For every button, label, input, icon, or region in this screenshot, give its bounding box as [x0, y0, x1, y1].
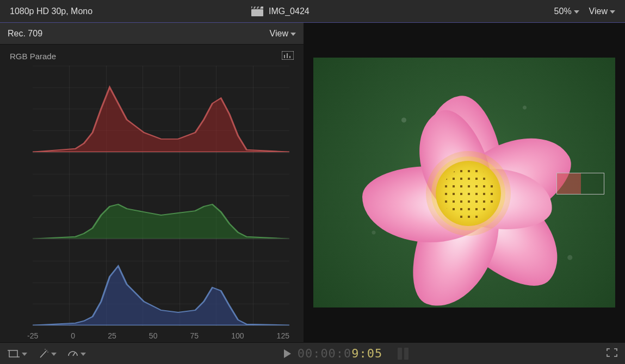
video-scopes-panel: Rec. 709 View RGB Parade — [0, 23, 304, 342]
timecode-display[interactable]: 00:00:09:05 — [298, 347, 383, 360]
svg-rect-8 — [289, 56, 290, 58]
chevron-down-icon — [574, 10, 579, 14]
svg-line-19 — [73, 353, 75, 356]
clip-name: IMG_0424 — [269, 7, 310, 16]
view-dropdown-label: View — [589, 7, 608, 16]
zoom-level-value: 50% — [554, 7, 572, 16]
scopes-view-dropdown[interactable]: View — [270, 29, 296, 39]
clapperboard-icon — [251, 7, 263, 16]
svg-rect-12 — [9, 350, 17, 357]
transport-bar: 00:00:09:05 — [0, 342, 625, 364]
parade-blue-channel — [33, 239, 289, 326]
video-format-info: 1080p HD 30p, Mono — [10, 7, 92, 16]
axis-tick: 0 — [71, 331, 75, 340]
scope-settings-icon[interactable] — [282, 51, 294, 61]
audio-meter — [398, 348, 409, 360]
svg-point-17 — [47, 352, 48, 353]
effects-wand-tool[interactable] — [38, 349, 57, 359]
svg-rect-7 — [287, 53, 288, 58]
parade-label-row: RGB Parade — [0, 45, 304, 66]
rgb-parade-display: -25 0 25 50 75 100 125 — [0, 66, 304, 342]
axis-tick: 75 — [190, 331, 199, 340]
svg-line-15 — [40, 351, 46, 357]
parade-x-axis: -25 0 25 50 75 100 125 — [27, 331, 289, 340]
play-button[interactable] — [284, 349, 291, 358]
clip-appearance-tool[interactable] — [8, 349, 27, 358]
fullscreen-button[interactable] — [607, 348, 617, 359]
svg-point-16 — [46, 350, 47, 351]
viewer-frame-image — [313, 58, 615, 307]
svg-point-18 — [45, 349, 46, 350]
chevron-down-icon — [290, 33, 296, 36]
parade-type-label: RGB Parade — [10, 52, 56, 61]
zoom-level-dropdown[interactable]: 50% — [554, 7, 579, 16]
clip-title-area: IMG_0424 — [92, 7, 544, 16]
color-sample-selection[interactable] — [556, 173, 604, 194]
chevron-down-icon — [22, 353, 27, 356]
timecode-bright: 9:05 — [351, 347, 382, 360]
transport-center: 00:00:09:05 — [97, 347, 596, 360]
axis-tick: 125 — [277, 331, 289, 340]
svg-rect-6 — [284, 55, 285, 58]
axis-tick: 100 — [231, 331, 244, 340]
color-space-label: Rec. 709 — [8, 29, 42, 39]
parade-red-channel — [33, 66, 289, 153]
svg-rect-0 — [251, 9, 263, 16]
viewer-top-bar: 1080p HD 30p, Mono IMG_0424 50% View — [0, 0, 625, 23]
parade-green-channel — [33, 153, 289, 240]
retime-tool[interactable] — [67, 349, 86, 359]
scopes-view-label: View — [270, 29, 288, 39]
viewer-view-dropdown[interactable]: View — [589, 7, 615, 16]
chevron-down-icon — [81, 353, 86, 356]
chevron-down-icon — [51, 353, 57, 356]
axis-tick: 50 — [149, 331, 158, 340]
scopes-header: Rec. 709 View — [0, 23, 304, 45]
viewer-body: Rec. 709 View RGB Parade — [0, 23, 625, 342]
timecode-dim: 00:00:0 — [298, 347, 352, 360]
axis-tick: -25 — [27, 331, 38, 340]
axis-tick: 25 — [108, 331, 116, 340]
video-viewer[interactable] — [304, 23, 625, 342]
chevron-down-icon — [610, 10, 615, 14]
